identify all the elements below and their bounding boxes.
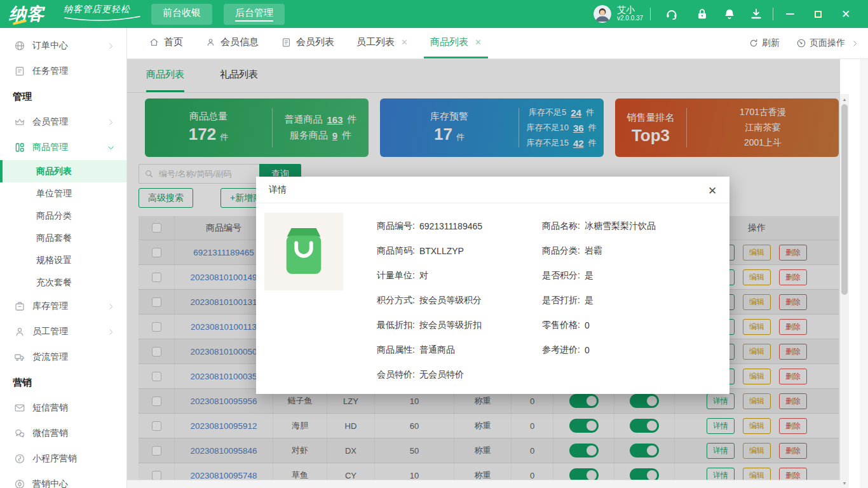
- tagline-swoosh-line: [64, 16, 141, 22]
- field-value: 按会员等级积分: [419, 295, 482, 306]
- miniapp-icon: [14, 453, 25, 464]
- close-window-button[interactable]: ✕: [836, 0, 855, 28]
- chevron-right-icon: [107, 302, 115, 311]
- app-version: v2.0.0.37: [617, 14, 643, 23]
- sidebar-item-小程序营销[interactable]: 小程序营销: [0, 446, 126, 471]
- maximize-button[interactable]: [808, 0, 827, 28]
- sidebar-item-label: 营销中心: [32, 478, 68, 488]
- page-ops-button[interactable]: 页面操作: [796, 37, 859, 49]
- bell-icon[interactable]: [722, 7, 736, 21]
- avatar: [593, 5, 611, 23]
- shopping-bag-icon: [279, 224, 329, 279]
- nav-label: 前台收银: [163, 7, 201, 22]
- tab-close-icon[interactable]: ✕: [401, 37, 408, 47]
- grid-icon: [14, 142, 25, 153]
- field-label: 商品编号:: [377, 220, 415, 232]
- sidebar-item-库存管理[interactable]: 库存管理: [0, 294, 126, 319]
- field-label: 是否打折:: [542, 295, 580, 306]
- page-tabs: 首页会员信息会员列表员工列表✕商品列表✕: [142, 28, 498, 58]
- sidebar-subitem-单位管理[interactable]: 单位管理: [0, 182, 126, 205]
- sidebar-subitem-商品套餐[interactable]: 商品套餐: [0, 227, 126, 249]
- minimize-button[interactable]: [780, 0, 799, 28]
- page-tab-4[interactable]: 员工列表✕: [350, 28, 414, 58]
- download-icon[interactable]: [749, 7, 763, 21]
- field-label: 会员特价:: [377, 369, 415, 381]
- horizontal-scrollbar[interactable]: [127, 480, 840, 488]
- vertical-scrollbar[interactable]: ▲ ▼: [840, 94, 849, 488]
- nav-backend-management[interactable]: 后台管理: [224, 4, 285, 25]
- modal-field-left: 最低折扣:按会员等级折扣: [377, 313, 482, 337]
- sidebar-subitem-商品列表[interactable]: 商品列表: [0, 160, 126, 182]
- chevron-right-icon: [107, 118, 115, 126]
- modal-field-right: 是否积分:是: [542, 263, 656, 288]
- page-tab-3[interactable]: 会员列表: [275, 28, 341, 58]
- page-tab-2[interactable]: 会员信息: [199, 28, 265, 58]
- modal-field-left: 商品简码:BTXLLZYP: [377, 238, 482, 263]
- scrollbar-thumb[interactable]: [841, 104, 848, 295]
- list-icon: [281, 37, 292, 48]
- modal-title: 详情: [269, 184, 287, 196]
- header-divider: [773, 8, 773, 20]
- sidebar-item-短信营销[interactable]: 短信营销: [0, 395, 126, 421]
- modal-field-right: 零售价格:0: [542, 313, 656, 337]
- nav-front-cashier[interactable]: 前台收银: [151, 4, 212, 25]
- scroll-down-arrow[interactable]: ▼: [840, 478, 849, 487]
- truck-icon: [14, 351, 25, 363]
- mail-icon: [14, 402, 25, 414]
- sidebar-item-label: 任务管理: [32, 65, 68, 77]
- sidebar-section-管理: 管理: [0, 84, 126, 109]
- globe-icon: [14, 40, 25, 51]
- sidebar-item-label: 员工管理: [32, 326, 68, 337]
- sidebar-item-员工管理[interactable]: 员工管理: [0, 319, 126, 344]
- page-tab-5[interactable]: 商品列表✕: [424, 28, 488, 58]
- sidebar-subitem-商品分类[interactable]: 商品分类: [0, 205, 126, 227]
- sidebar-item-货流管理[interactable]: 货流管理: [0, 344, 126, 370]
- chevron-right-icon: [107, 328, 115, 336]
- modal-fields-right: 商品名称:冰糖雪梨梨汁饮品商品分类:岩霸是否积分:是是否打折:是零售价格:0参考…: [542, 214, 656, 362]
- modal-field-left: 商品编号:6921311189465: [377, 214, 482, 238]
- refresh-icon: [749, 38, 759, 48]
- sidebar-subitem-规格设置[interactable]: 规格设置: [0, 249, 126, 271]
- field-label: 商品属性:: [377, 344, 415, 356]
- sidebar-item-任务管理[interactable]: 任务管理: [0, 58, 126, 84]
- product-detail-modal: 详情 ✕ 商品编号:6921311189465商品简码:BTXLLZYP计量单位…: [256, 177, 729, 394]
- person-icon: [14, 326, 25, 337]
- page-tab-label: 会员信息: [220, 36, 259, 48]
- tab-close-icon[interactable]: ✕: [475, 37, 482, 47]
- sidebar-item-label: 库存管理: [32, 301, 68, 312]
- page-tab-1[interactable]: 首页: [142, 28, 189, 58]
- refresh-button[interactable]: 刷新: [749, 37, 780, 49]
- modal-field-left: 会员特价:无会员特价: [377, 362, 482, 387]
- page-tab-label: 首页: [164, 36, 183, 48]
- modal-close-icon[interactable]: ✕: [704, 182, 721, 199]
- chevron-right-icon: [851, 39, 859, 48]
- sidebar-subitem-充次套餐[interactable]: 充次套餐: [0, 271, 126, 294]
- user-name: 艾小: [617, 5, 643, 14]
- sidebar-item-会员管理[interactable]: 会员管理: [0, 109, 126, 135]
- wechat-icon: [14, 428, 25, 439]
- scroll-up-arrow[interactable]: ▲: [840, 95, 849, 104]
- sidebar-item-订单中心[interactable]: 订单中心: [0, 33, 126, 58]
- field-label: 最低折扣:: [377, 320, 415, 331]
- field-value: 0: [585, 345, 590, 355]
- field-label: 积分方式:: [377, 295, 415, 306]
- field-value: 0: [585, 320, 590, 330]
- field-label: 商品名称:: [542, 220, 580, 232]
- page-tabbar: 首页会员信息会员列表员工列表✕商品列表✕ 刷新 页面操作: [127, 28, 868, 59]
- sidebar: 订单中心任务管理管理会员管理商品管理商品列表单位管理商品分类商品套餐规格设置充次…: [0, 28, 127, 488]
- app-logo: 纳客: [0, 0, 64, 28]
- field-value: 对: [419, 270, 428, 281]
- sidebar-item-label: 微信营销: [32, 428, 68, 439]
- modal-header: 详情: [256, 177, 729, 203]
- field-value: 无会员特价: [419, 369, 464, 381]
- support-icon[interactable]: [665, 7, 679, 21]
- sidebar-item-商品管理[interactable]: 商品管理: [0, 135, 126, 160]
- modal-field-right: 是否打折:是: [542, 288, 656, 313]
- field-label: 零售价格:: [542, 320, 580, 331]
- modal-fields-left: 商品编号:6921311189465商品简码:BTXLLZYP计量单位:对积分方…: [377, 214, 482, 387]
- lock-icon[interactable]: [695, 7, 709, 21]
- sidebar-item-营销中心[interactable]: 营销中心: [0, 471, 126, 488]
- sidebar-item-微信营销[interactable]: 微信营销: [0, 421, 126, 446]
- user-meta: 艾小 v2.0.0.37: [617, 5, 643, 23]
- user-info[interactable]: 艾小 v2.0.0.37: [593, 5, 643, 23]
